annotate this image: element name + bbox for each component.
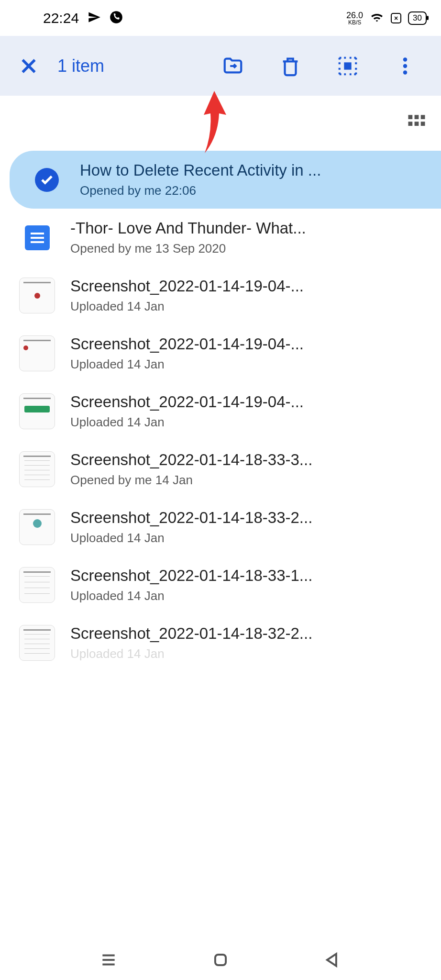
file-subtitle: Opened by me 22:06: [80, 183, 430, 198]
file-title: Screenshot_2022-01-14-18-33-2...: [70, 509, 430, 527]
image-thumbnail: [19, 451, 55, 487]
file-text: Screenshot_2022-01-14-19-04-...Uploaded …: [55, 277, 430, 314]
select-all-button[interactable]: [336, 54, 360, 78]
file-row[interactable]: Screenshot_2022-01-14-19-04-...Uploaded …: [0, 324, 441, 382]
file-subtitle: Opened by me 14 Jan: [70, 473, 430, 488]
selection-count: 1 item: [57, 56, 221, 76]
file-title: -Thor- Love And Thunder- What...: [70, 219, 430, 237]
file-row[interactable]: Screenshot_2022-01-14-18-33-2...Uploaded…: [0, 498, 441, 556]
more-options-button[interactable]: [393, 54, 417, 78]
file-subtitle: Uploaded 14 Jan: [70, 646, 430, 661]
svg-rect-6: [415, 115, 419, 119]
navigation-bar: [0, 939, 441, 980]
home-nav-button[interactable]: [209, 948, 232, 972]
svg-rect-7: [421, 115, 425, 119]
file-text: Screenshot_2022-01-14-18-32-2...Uploaded…: [55, 624, 430, 661]
file-text: Screenshot_2022-01-14-19-04-...Uploaded …: [55, 393, 430, 430]
phone-icon: [110, 11, 123, 26]
file-title: Screenshot_2022-01-14-18-33-3...: [70, 451, 430, 469]
file-row[interactable]: Screenshot_2022-01-14-19-04-...Uploaded …: [0, 267, 441, 324]
svg-point-4: [403, 70, 407, 74]
file-row[interactable]: Screenshot_2022-01-14-18-33-1...Uploaded…: [0, 556, 441, 614]
file-text: Screenshot_2022-01-14-18-33-1...Uploaded…: [55, 567, 430, 603]
battery-indicator: 30: [408, 11, 427, 25]
view-row: [0, 96, 441, 151]
file-title: Screenshot_2022-01-14-19-04-...: [70, 335, 430, 353]
status-left: 22:24: [43, 10, 123, 26]
selected-check-icon: [29, 168, 65, 192]
google-doc-icon: [19, 225, 55, 250]
file-row[interactable]: Screenshot_2022-01-14-18-32-2...Uploaded…: [0, 614, 441, 672]
svg-rect-11: [215, 954, 226, 965]
image-thumbnail: [19, 278, 55, 313]
delete-button[interactable]: [278, 54, 302, 78]
svg-rect-1: [344, 62, 351, 69]
svg-point-3: [403, 64, 407, 67]
file-row[interactable]: -Thor- Love And Thunder- What...Opened b…: [0, 209, 441, 267]
svg-rect-9: [415, 122, 419, 126]
svg-rect-10: [421, 122, 425, 126]
file-subtitle: Uploaded 14 Jan: [70, 299, 430, 314]
svg-rect-8: [408, 122, 413, 126]
clock: 22:24: [43, 10, 79, 26]
file-subtitle: Uploaded 14 Jan: [70, 589, 430, 603]
image-thumbnail: [19, 625, 55, 661]
send-icon: [88, 11, 101, 26]
status-right: 26.0 KB/S × 30: [346, 11, 427, 25]
file-row[interactable]: How to Delete Recent Activity in ...Open…: [10, 151, 441, 209]
image-thumbnail: [19, 335, 55, 371]
grid-view-toggle[interactable]: [407, 112, 427, 134]
file-subtitle: Opened by me 13 Sep 2020: [70, 241, 430, 256]
file-text: How to Delete Recent Activity in ...Open…: [65, 161, 430, 198]
image-thumbnail: [19, 509, 55, 545]
back-nav-button[interactable]: [320, 948, 344, 972]
file-subtitle: Uploaded 14 Jan: [70, 357, 430, 372]
file-text: Screenshot_2022-01-14-19-04-...Uploaded …: [55, 335, 430, 372]
file-list[interactable]: How to Delete Recent Activity in ...Open…: [0, 151, 441, 672]
file-row[interactable]: Screenshot_2022-01-14-19-04-...Uploaded …: [0, 382, 441, 440]
svg-point-2: [403, 57, 407, 61]
file-row[interactable]: Screenshot_2022-01-14-18-33-3...Opened b…: [0, 440, 441, 498]
file-title: Screenshot_2022-01-14-19-04-...: [70, 277, 430, 295]
file-text: Screenshot_2022-01-14-18-33-2...Uploaded…: [55, 509, 430, 546]
toolbar-actions: [221, 54, 417, 78]
network-speed: 26.0 KB/S: [346, 11, 363, 25]
svg-rect-5: [408, 115, 413, 119]
file-title: Screenshot_2022-01-14-18-32-2...: [70, 624, 430, 643]
screen-mirror-icon: ×: [391, 13, 401, 23]
file-title: How to Delete Recent Activity in ...: [80, 161, 430, 179]
file-title: Screenshot_2022-01-14-18-33-1...: [70, 567, 430, 585]
file-subtitle: Uploaded 14 Jan: [70, 415, 430, 430]
selection-toolbar: 1 item: [0, 36, 441, 96]
wifi-icon: [370, 11, 384, 25]
file-subtitle: Uploaded 14 Jan: [70, 531, 430, 546]
move-to-folder-button[interactable]: [221, 54, 245, 78]
file-text: -Thor- Love And Thunder- What...Opened b…: [55, 219, 430, 256]
image-thumbnail: [19, 567, 55, 603]
file-text: Screenshot_2022-01-14-18-33-3...Opened b…: [55, 451, 430, 488]
close-selection-button[interactable]: [14, 52, 43, 80]
image-thumbnail: [19, 393, 55, 429]
file-title: Screenshot_2022-01-14-19-04-...: [70, 393, 430, 411]
recents-nav-button[interactable]: [97, 948, 121, 972]
status-bar: 22:24 26.0 KB/S × 30: [0, 0, 441, 36]
